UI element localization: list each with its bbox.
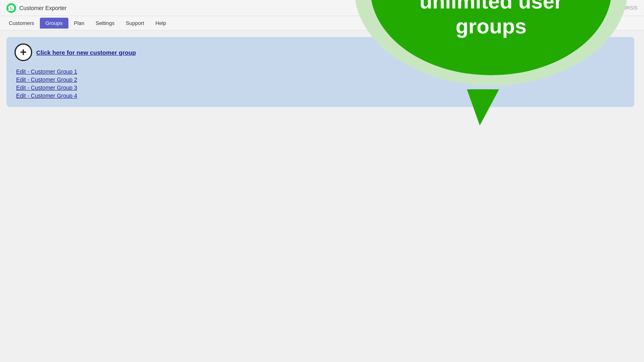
speech-bubble: You can create unlimited user groups xyxy=(354,0,628,101)
plus-circle-icon: + xyxy=(14,43,32,61)
nav-item-groups[interactable]: Groups xyxy=(40,18,68,29)
nav-item-help[interactable]: Help xyxy=(150,18,172,29)
title-bar-left: Customer Exporter xyxy=(6,3,66,13)
app-title: Customer Exporter xyxy=(19,5,66,11)
nav-item-plan[interactable]: Plan xyxy=(68,18,90,29)
main-content: + Click here for new customer group Edit… xyxy=(0,31,644,113)
nav-item-support[interactable]: Support xyxy=(120,18,150,29)
speech-bubble-text: You can create unlimited user groups xyxy=(411,0,570,47)
speech-bubble-tail xyxy=(467,89,499,125)
nav-item-customers[interactable]: Customers xyxy=(3,18,40,29)
new-group-label: Click here for new customer group xyxy=(36,49,136,56)
whatsapp-icon xyxy=(6,3,16,13)
nav-item-settings[interactable]: Settings xyxy=(90,18,120,29)
